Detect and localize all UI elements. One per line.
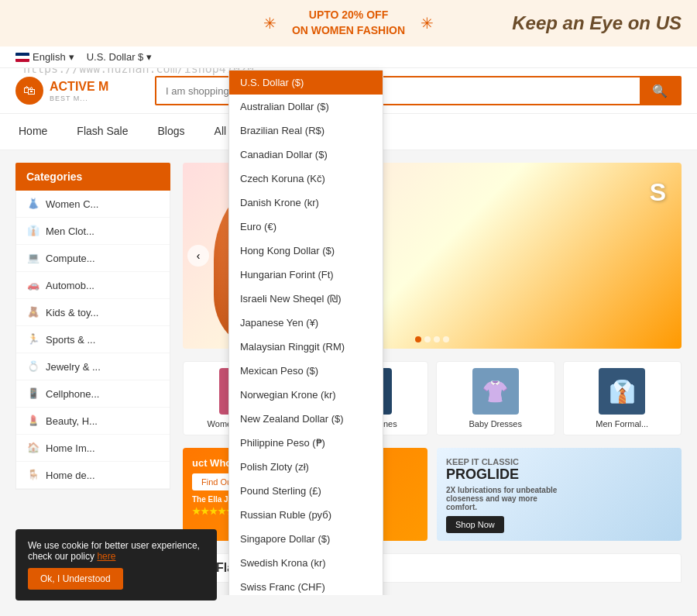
sidebar-icon-3: 🚗 [27, 279, 39, 291]
sidebar-icon-8: 💄 [27, 415, 39, 427]
sidebar-icon-2: 💻 [27, 252, 39, 264]
hero-dot-3[interactable] [443, 336, 449, 342]
language-selector[interactable]: English ▾ [15, 51, 74, 63]
sidebar-label-3: Automob... [46, 280, 94, 291]
currency-selector[interactable]: U.S. Dollar $ ▾ [87, 51, 153, 63]
currency-option-17[interactable]: Pound Sterling (£) [229, 479, 383, 503]
logo-icon: 🛍 [15, 77, 43, 105]
sidebar-icon-7: 📱 [27, 387, 39, 400]
nav-item-blogs[interactable]: Blogs [155, 114, 188, 150]
currency-option-7[interactable]: Hong Kong Dollar ($) [229, 239, 383, 263]
header-top: English ▾ U.S. Dollar $ ▾ U.S. Dollar ($… [0, 46, 697, 68]
sidebar-label-6: Jewelry & ... [46, 361, 101, 373]
sidebar-item-9[interactable]: 🏠Home Im... [16, 435, 170, 462]
banner-right-text: Keep an Eye on US [512, 12, 682, 34]
sidebar-label-5: Sports & ... [46, 334, 95, 346]
sidebar-icon-4: 🧸 [27, 306, 39, 318]
currency-option-13[interactable]: Norwegian Krone (kr) [229, 383, 383, 407]
currency-dropdown: U.S. Dollar ($)Australian Dollar ($)Braz… [228, 70, 383, 595]
currency-option-20[interactable]: Swedish Krona (kr) [229, 551, 383, 575]
shop-now-button[interactable]: Shop Now [446, 516, 504, 533]
search-button[interactable]: 🔍 [640, 77, 680, 104]
sidebar-item-8[interactable]: 💄Beauty, H... [16, 408, 170, 435]
banner-promo-text: UPTO 20% OFF ON WOMEN FASHION [292, 8, 405, 38]
currency-option-1[interactable]: Australian Dollar ($) [229, 95, 383, 119]
sidebar-title: Categories [15, 163, 170, 191]
sidebar-item-3[interactable]: 🚗Automob... [16, 272, 170, 299]
sidebar-item-6[interactable]: 💍Jewelry & ... [16, 353, 170, 380]
sidebar-list: 👗Women C...👔Men Clot...💻Compute...🚗Autom… [15, 191, 170, 490]
sidebar-icon-0: 👗 [27, 198, 39, 210]
currency-label: U.S. Dollar $ [87, 51, 144, 63]
sidebar-item-5[interactable]: 🏃Sports & ... [16, 326, 170, 353]
sidebar-icon-9: 🏠 [27, 442, 39, 454]
promo-proglide-text: KEEP IT CLASSIC PROGLIDE 2X lubrications… [446, 457, 570, 533]
currency-option-2[interactable]: Brazilian Real (R$) [229, 119, 383, 143]
nav-item-flash-sale[interactable]: Flash Sale [74, 114, 131, 150]
banner-snowflake-left: ✳ [263, 14, 276, 33]
currency-option-15[interactable]: Philippine Peso (₱) [229, 431, 383, 455]
logo-name: ACTIVE M [50, 79, 108, 94]
promo-keep-classic-label: KEEP IT CLASSIC [446, 457, 570, 466]
product-label-2: Baby Dresses [443, 419, 548, 428]
sidebar-icon-6: 💍 [27, 360, 39, 373]
currency-option-9[interactable]: Israeli New Sheqel (₪) [229, 287, 383, 311]
sidebar-label-9: Home Im... [46, 442, 95, 454]
currency-arrow-icon: ▾ [146, 51, 152, 63]
cookie-banner: We use cookie for better user experience… [15, 529, 217, 595]
sidebar-icon-10: 🪑 [27, 469, 39, 481]
product-icon-2: 👚 [482, 379, 509, 404]
nav-item-home[interactable]: Home [15, 114, 50, 150]
top-banner: ✳ UPTO 20% OFF ON WOMEN FASHION ✳ Keep a… [0, 0, 697, 46]
hero-dot-0[interactable] [415, 336, 421, 342]
currency-option-6[interactable]: Euro (€) [229, 215, 383, 239]
currency-option-12[interactable]: Mexican Peso ($) [229, 359, 383, 383]
language-label: English [33, 51, 66, 63]
currency-option-16[interactable]: Polish Zloty (zł) [229, 455, 383, 479]
hero-prev-button[interactable]: ‹ [187, 245, 209, 267]
language-arrow-icon: ▾ [69, 51, 74, 63]
product-thumb-3[interactable]: 👔 Men Formal... [563, 361, 682, 435]
currency-option-4[interactable]: Czech Koruna (Kč) [229, 167, 383, 191]
logo-sub: BEST M... [50, 95, 108, 102]
sidebar-item-0[interactable]: 👗Women C... [16, 191, 170, 218]
product-icon-3: 👔 [609, 379, 636, 404]
promo-proglide-heading: PROGLIDE [446, 466, 570, 483]
currency-option-5[interactable]: Danish Krone (kr) [229, 191, 383, 215]
product-thumb-2[interactable]: 👚 Baby Dresses [436, 361, 555, 435]
hero-dot-2[interactable] [434, 336, 440, 342]
currency-option-21[interactable]: Swiss Franc (CHF) [229, 575, 383, 595]
hero-dots [415, 336, 449, 342]
sidebar-icon-1: 👔 [27, 225, 39, 237]
promo-proglide-desc: 2X lubrications for unbeatable closeness… [446, 486, 570, 511]
banner-line1: UPTO 20% OFF [292, 8, 405, 23]
currency-option-8[interactable]: Hungarian Forint (Ft) [229, 263, 383, 287]
cookie-ok-button[interactable]: Ok, I Understood [28, 568, 123, 590]
currency-option-0[interactable]: U.S. Dollar ($) [229, 71, 383, 95]
currency-option-11[interactable]: Malaysian Ringgit (RM) [229, 335, 383, 359]
cookie-policy-link[interactable]: here [97, 551, 115, 562]
sidebar-label-4: Kids & toy... [46, 307, 98, 318]
currency-option-10[interactable]: Japanese Yen (¥) [229, 311, 383, 335]
sidebar-label-1: Men Clot... [46, 225, 94, 237]
currency-option-19[interactable]: Singapore Dollar ($) [229, 527, 383, 551]
sidebar-item-10[interactable]: 🪑Home de... [16, 462, 170, 489]
sidebar-item-2[interactable]: 💻Compute... [16, 245, 170, 272]
currency-option-18[interactable]: Russian Ruble (руб) [229, 503, 383, 527]
promo-banner-proglide: KEEP IT CLASSIC PROGLIDE 2X lubrications… [437, 448, 682, 541]
sidebar-label-7: Cellphone... [46, 388, 99, 400]
sidebar-label-10: Home de... [46, 470, 95, 481]
sidebar-icon-5: 🏃 [27, 333, 39, 346]
currency-option-3[interactable]: Canadian Dollar ($) [229, 143, 383, 167]
logo-area: 🛍 ACTIVE M BEST M... [15, 77, 139, 105]
hero-dot-1[interactable] [424, 336, 431, 342]
sidebar-item-1[interactable]: 👔Men Clot... [16, 218, 170, 245]
sidebar-item-4[interactable]: 🧸Kids & toy... [16, 299, 170, 326]
sidebar-label-8: Beauty, H... [46, 415, 98, 427]
banner-line2: ON WOMEN FASHION [292, 23, 405, 39]
currency-option-14[interactable]: New Zealand Dollar ($) [229, 407, 383, 431]
sidebar-item-7[interactable]: 📱Cellphone... [16, 380, 170, 408]
product-label-3: Men Formal... [570, 419, 675, 428]
sidebar-label-0: Women C... [46, 198, 98, 210]
sidebar-label-2: Compute... [46, 253, 95, 264]
